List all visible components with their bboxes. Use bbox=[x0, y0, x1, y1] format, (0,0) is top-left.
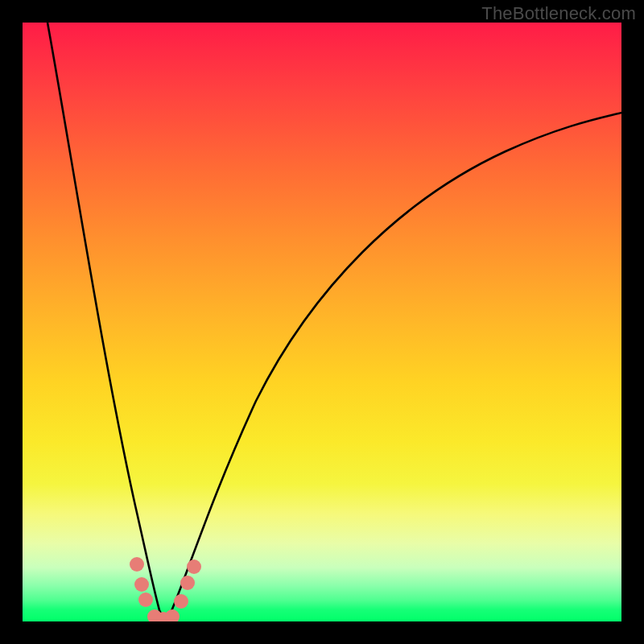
plot-area bbox=[23, 23, 621, 621]
svg-point-5 bbox=[165, 609, 180, 621]
chart-frame: TheBottleneck.com bbox=[0, 0, 644, 644]
svg-point-2 bbox=[138, 592, 153, 607]
svg-point-1 bbox=[134, 577, 149, 592]
watermark-text: TheBottleneck.com bbox=[481, 3, 636, 24]
svg-point-7 bbox=[180, 576, 195, 590]
svg-point-0 bbox=[130, 557, 144, 572]
marker-dots bbox=[130, 557, 201, 621]
svg-point-8 bbox=[187, 559, 201, 574]
bottleneck-curve bbox=[23, 23, 621, 621]
svg-point-6 bbox=[174, 594, 188, 609]
